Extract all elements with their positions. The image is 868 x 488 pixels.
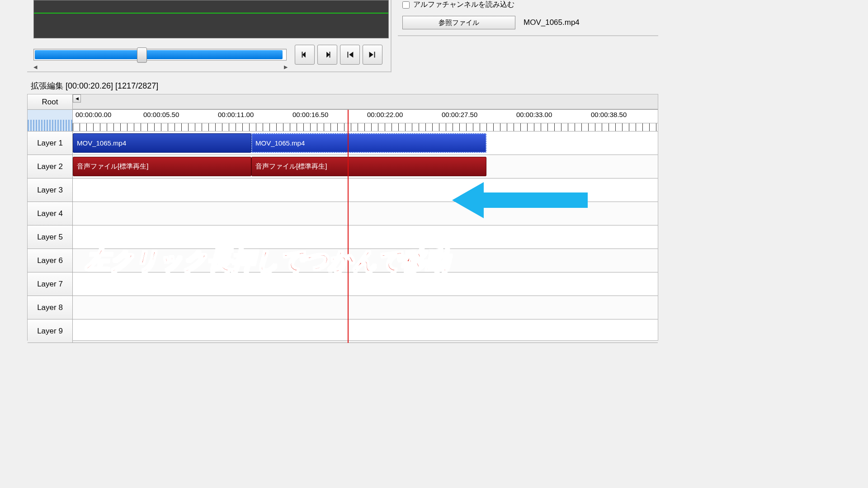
root-button[interactable]: Root	[28, 94, 73, 109]
preview-panel: ◀▶	[27, 0, 392, 72]
goto-start-icon	[345, 50, 355, 60]
layer-header[interactable]: Layer 3	[28, 178, 73, 202]
step-forward-button[interactable]	[317, 45, 337, 65]
layer-header[interactable]: Layer 1	[28, 131, 73, 155]
seek-fill-right	[146, 50, 283, 59]
alpha-channel-checkbox[interactable]	[402, 1, 410, 9]
layer-header[interactable]: Layer 7	[28, 272, 73, 296]
layer-row: Layer 4	[28, 202, 658, 225]
layer-row: Layer 1MOV_1065.mp4MOV_1065.mp4	[28, 131, 658, 155]
zoom-bars-icon	[28, 120, 72, 131]
reference-file-name: MOV_1065.mp4	[524, 18, 580, 27]
layer-row: Layer 9	[28, 319, 658, 343]
step-forward-icon	[322, 50, 332, 60]
ruler-label: 00:00:05.50	[143, 111, 179, 118]
ruler-ticks	[73, 123, 658, 131]
goto-end-button[interactable]	[363, 45, 382, 65]
layer-row: Layer 8	[28, 296, 658, 319]
alpha-channel-row[interactable]: アルファチャンネルを読み込む	[402, 0, 654, 9]
ruler-label: 00:00:38.50	[591, 111, 627, 118]
goto-end-icon	[368, 50, 377, 60]
ruler-zoom-indicator[interactable]	[28, 110, 73, 131]
video-clip[interactable]: MOV_1065.mp4	[73, 133, 251, 153]
ruler-label: 00:00:27.50	[442, 111, 477, 118]
ruler-label: 00:00:33.00	[516, 111, 552, 118]
step-back-icon	[300, 50, 310, 60]
reference-file-button[interactable]: 参照ファイル	[402, 16, 515, 29]
layer-track[interactable]	[73, 319, 658, 343]
seek-slider[interactable]	[33, 49, 287, 61]
preview-waveform-line	[34, 13, 388, 14]
layer-row: Layer 5	[28, 225, 658, 249]
layer-header[interactable]: Layer 2	[28, 155, 73, 178]
ruler-label: 00:00:11.00	[218, 111, 254, 118]
ruler-label: 00:00:00.00	[75, 111, 111, 118]
time-ruler[interactable]: 00:00:00.0000:00:05.5000:00:11.0000:00:1…	[73, 110, 658, 131]
layer-header[interactable]: Layer 9	[28, 319, 73, 343]
audio-clip[interactable]: 音声ファイル[標準再生]	[251, 157, 486, 176]
layer-header[interactable]: Layer 8	[28, 296, 73, 319]
alpha-channel-label: アルファチャンネルを読み込む	[413, 0, 514, 9]
layer-header[interactable]: Layer 4	[28, 202, 73, 225]
step-back-button[interactable]	[295, 45, 315, 65]
audio-clip[interactable]: 音声ファイル[標準再生]	[73, 157, 251, 176]
layer-track[interactable]: 音声ファイル[標準再生]音声ファイル[標準再生]	[73, 155, 658, 178]
layer-track[interactable]	[73, 296, 658, 319]
layer-row: Layer 2音声ファイル[標準再生]音声ファイル[標準再生]	[28, 155, 658, 178]
timeline-hscroll[interactable]	[73, 94, 658, 109]
layer-track[interactable]	[73, 178, 658, 202]
video-clip-selected[interactable]: MOV_1065.mp4	[251, 133, 486, 153]
clip-properties-panel: アルファチャンネルを読み込む 参照ファイル MOV_1065.mp4	[398, 0, 658, 36]
layer-track[interactable]	[73, 249, 658, 272]
layer-track[interactable]	[73, 272, 658, 296]
layer-row: Layer 3	[28, 178, 658, 202]
seek-thumb[interactable]	[137, 47, 147, 63]
ruler-label: 00:00:22.00	[367, 111, 403, 118]
layer-row: Layer 6	[28, 249, 658, 272]
hscroll-left-arrow[interactable]	[73, 94, 81, 103]
layer-track[interactable]: MOV_1065.mp4MOV_1065.mp4	[73, 131, 658, 155]
seek-scroll-hint: ◀▶	[33, 64, 288, 70]
preview-canvas[interactable]	[33, 0, 389, 38]
ruler-label: 00:00:16.50	[292, 111, 328, 118]
layer-row: Layer 7	[28, 272, 658, 296]
goto-start-button[interactable]	[340, 45, 360, 65]
layer-header[interactable]: Layer 6	[28, 249, 73, 272]
timeline-window-title: 拡張編集 [00:00:20.26] [1217/2827]	[31, 80, 158, 91]
timeline: Root 00:00:00.0000:00:05.5000:00:11.0000…	[27, 94, 658, 341]
layer-track[interactable]	[73, 202, 658, 225]
layer-track[interactable]	[73, 225, 658, 249]
layer-header[interactable]: Layer 5	[28, 225, 73, 249]
seek-fill-left	[35, 50, 138, 59]
